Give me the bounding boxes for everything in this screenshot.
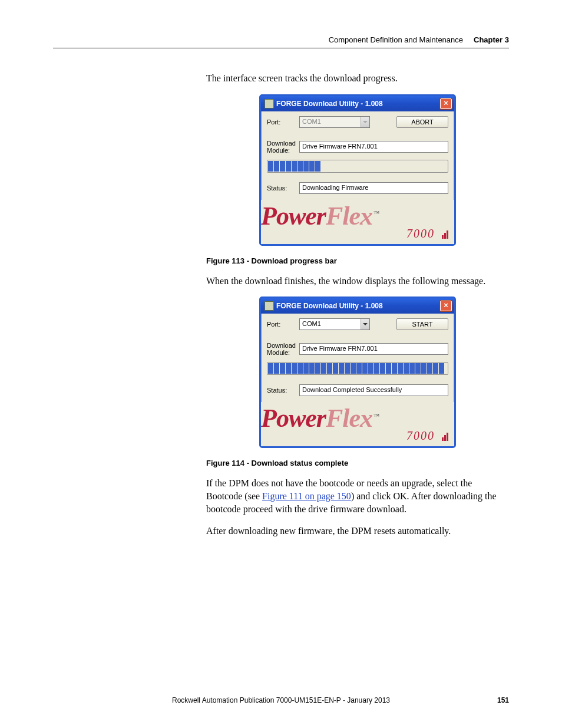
figure-114-caption: Figure 114 - Download status complete (206, 459, 509, 467)
progress-segment (286, 363, 291, 374)
app-icon (265, 301, 274, 311)
progress-segment (315, 363, 320, 374)
mid-paragraph: When the download finishes, the window d… (206, 275, 509, 288)
module-label: Download Module: (267, 140, 299, 154)
progress-segment (356, 363, 362, 374)
logo-flex: Flex (326, 202, 372, 230)
start-button[interactable]: START (396, 318, 448, 330)
bootcode-paragraph: If the DPM does not have the bootcode or… (206, 477, 509, 515)
logo-flex: Flex (326, 404, 372, 433)
module-label: Download Module: (267, 342, 299, 356)
trademark-icon: ™ (373, 210, 379, 216)
progress-segment (351, 363, 356, 374)
close-icon[interactable]: × (440, 301, 452, 311)
progress-segment (309, 161, 315, 172)
logo-power: Power (261, 202, 326, 230)
status-field: Download Completed Successfully (299, 384, 448, 396)
progress-segment (345, 363, 350, 374)
progress-segment (321, 363, 326, 374)
dialog-titlebar: FORGE Download Utility - 1.008 × (261, 96, 454, 111)
progress-segment (427, 161, 432, 172)
progress-segment (392, 363, 397, 374)
port-select[interactable]: COM1 (299, 318, 370, 330)
module-field[interactable]: Drive Firmware FRN7.001 (299, 343, 448, 355)
progress-segment (339, 161, 344, 172)
trademark-icon: ™ (373, 413, 379, 419)
progress-segment (286, 161, 291, 172)
progress-segment (374, 161, 379, 172)
logo-model: 7000 (406, 227, 435, 240)
footer-publication: Rockwell Automation Publication 7000-UM1… (77, 696, 485, 704)
progress-segment (404, 161, 409, 172)
app-icon (265, 99, 274, 108)
port-value: COM1 (302, 320, 321, 327)
progress-segment (333, 161, 338, 172)
dialog-title: FORGE Download Utility - 1.008 (276, 302, 440, 310)
status-label: Status: (267, 185, 299, 192)
progress-segment (368, 161, 373, 172)
dialog-title: FORGE Download Utility - 1.008 (276, 100, 440, 108)
progress-segment (380, 161, 385, 172)
progress-segment (327, 161, 332, 172)
progress-segment (333, 363, 338, 374)
progress-segment (292, 363, 297, 374)
reset-paragraph: After downloading new firmware, the DPM … (206, 525, 509, 538)
progress-segment (398, 161, 403, 172)
logo-bars-icon (441, 228, 448, 242)
progress-segment (274, 363, 279, 374)
abort-button[interactable]: ABORT (396, 116, 448, 128)
progress-segment (362, 161, 368, 172)
progress-segment (380, 363, 385, 374)
progress-segment (292, 161, 297, 172)
logo-bars-icon (441, 430, 448, 444)
progress-bar (267, 160, 448, 173)
progress-segment (433, 363, 438, 374)
page-footer: Rockwell Automation Publication 7000-UM1… (53, 696, 509, 704)
progress-segment (427, 363, 432, 374)
progress-segment (303, 363, 309, 374)
progress-segment (339, 363, 344, 374)
logo-power: Power (261, 404, 326, 433)
progress-segment (280, 161, 285, 172)
chevron-down-icon (361, 319, 369, 330)
page-number: 151 (485, 696, 509, 704)
progress-segment (421, 161, 427, 172)
header-chapter: Chapter 3 (474, 35, 509, 44)
intro-paragraph: The interface screen tracks the download… (206, 72, 509, 85)
progress-segment (315, 161, 320, 172)
progress-segment (303, 161, 309, 172)
figure-113-caption: Figure 113 - Download progress bar (206, 256, 509, 265)
progress-segment (439, 161, 444, 172)
progress-segment (404, 363, 409, 374)
progress-segment (392, 161, 397, 172)
module-field[interactable]: Drive Firmware FRN7.001 (299, 141, 448, 153)
progress-segment (362, 363, 368, 374)
progress-segment (297, 363, 303, 374)
progress-bar (267, 362, 448, 375)
progress-segment (439, 363, 444, 374)
logo-model: 7000 (406, 429, 435, 442)
chevron-down-icon (361, 117, 369, 127)
status-field: Downloading Firmware (299, 182, 448, 194)
progress-segment (268, 363, 273, 374)
header-section: Component Definition and Maintenance (329, 35, 463, 44)
status-label: Status: (267, 387, 299, 394)
progress-segment (327, 363, 332, 374)
progress-segment (297, 161, 303, 172)
progress-segment (309, 363, 315, 374)
powerflex-logo: PowerFlex™ 7000 (261, 402, 454, 446)
download-utility-dialog-progress: FORGE Download Utility - 1.008 × Port: C… (259, 94, 456, 246)
download-utility-dialog-complete: FORGE Download Utility - 1.008 × Port: C… (259, 297, 456, 448)
port-label: Port: (267, 321, 299, 328)
progress-segment (280, 363, 285, 374)
progress-segment (351, 161, 356, 172)
close-icon[interactable]: × (440, 98, 452, 109)
port-label: Port: (267, 118, 299, 126)
progress-segment (345, 161, 350, 172)
progress-segment (374, 363, 379, 374)
progress-segment (321, 161, 326, 172)
page-header: Component Definition and Maintenance Cha… (53, 35, 509, 48)
figure-111-link[interactable]: Figure 111 on page 150 (262, 491, 351, 501)
progress-segment (415, 363, 421, 374)
progress-segment (421, 363, 427, 374)
